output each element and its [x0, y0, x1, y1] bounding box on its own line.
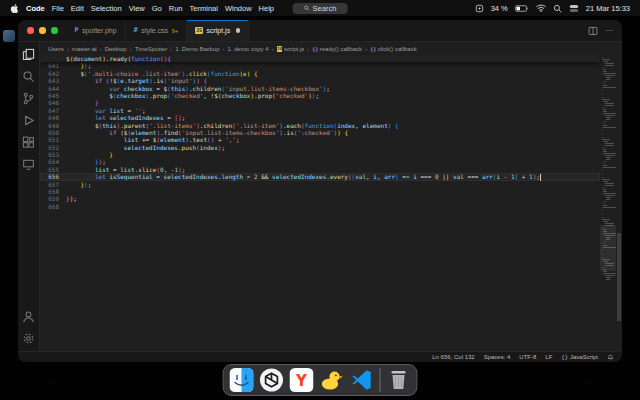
code-line-653[interactable]: 653 }	[40, 151, 600, 158]
wifi-icon[interactable]	[536, 4, 546, 12]
breadcrumb-item[interactable]: 1. Demo Backup	[175, 46, 219, 52]
source-control-icon[interactable]	[22, 92, 35, 105]
code-line-657[interactable]: 657 });	[40, 181, 600, 188]
split-editor-icon[interactable]	[588, 26, 598, 36]
code-line-645[interactable]: 645 $(checkbox).prop('checked', !$(check…	[40, 92, 600, 99]
dock-duck-icon[interactable]	[320, 368, 344, 392]
code-line-650[interactable]: 650 if ($(element).find('input.list-item…	[40, 129, 600, 136]
code-line-643[interactable]: 643 if (!$(e.target).is('input')) {	[40, 77, 600, 84]
tab-label: style.css	[141, 27, 168, 34]
code-line-647[interactable]: 647 var list = '';	[40, 107, 600, 114]
dock-yandex-icon[interactable]: Y	[290, 368, 314, 392]
apple-menu-icon[interactable]	[10, 4, 19, 13]
account-icon[interactable]	[22, 310, 35, 323]
breadcrumb-item[interactable]: TimeSpotter	[135, 46, 167, 52]
editor[interactable]: $(document).ready(function(){ 641 });642…	[40, 55, 622, 351]
menu-run[interactable]: Run	[169, 4, 183, 13]
menubar-menus: FileEditSelectionViewGoRunTerminalWindow…	[52, 4, 274, 13]
breadcrumb-item[interactable]: 1. demo copy 4	[228, 46, 269, 52]
menu-terminal[interactable]: Terminal	[190, 4, 218, 13]
code-line-658[interactable]: 658	[40, 188, 600, 195]
tab-style.css[interactable]: #style.css9+	[126, 20, 187, 41]
close-window-button[interactable]	[27, 27, 34, 34]
zoom-window-button[interactable]	[51, 27, 58, 34]
minimize-window-button[interactable]	[39, 27, 46, 34]
dock-finder-icon[interactable]	[230, 368, 254, 392]
more-actions-icon[interactable]: ⋯	[605, 26, 613, 35]
menu-go[interactable]: Go	[152, 4, 162, 13]
line-number: 655	[40, 166, 66, 173]
minimap-slider[interactable]	[600, 225, 616, 271]
breadcrumb-item[interactable]: JSscript.js	[277, 46, 305, 52]
code-line-651[interactable]: 651 list += $(element).text() + ',';	[40, 136, 600, 143]
breadcrumb-item[interactable]: Desktop	[105, 46, 127, 52]
search-sidebar-icon[interactable]	[22, 70, 35, 83]
code-line-642[interactable]: 642 $('.multi-choice .list-item').click(…	[40, 70, 600, 77]
sticky-scroll-line[interactable]: $(document).ready(function(){	[40, 55, 600, 62]
explorer-icon[interactable]	[22, 48, 35, 61]
code-line-654[interactable]: 654 });	[40, 158, 600, 165]
settings-gear-icon[interactable]	[22, 332, 35, 345]
tab-spotter.php[interactable]: Pspotter.php	[67, 20, 126, 41]
control-center-icon[interactable]	[569, 4, 579, 13]
spotlight-search[interactable]: Search	[293, 3, 348, 14]
scrollbar-thumb[interactable]	[617, 233, 621, 321]
editor-actions: ⋯	[588, 20, 622, 41]
tab-script.js[interactable]: JSscript.js	[187, 20, 249, 41]
menu-edit[interactable]: Edit	[71, 4, 84, 13]
battery-icon[interactable]	[515, 5, 529, 12]
breadcrumb-item[interactable]: {}ready() callback	[312, 46, 362, 52]
dock-chatgpt-icon[interactable]	[260, 368, 284, 392]
menu-help[interactable]: Help	[259, 4, 274, 13]
menu-view[interactable]: View	[129, 4, 145, 13]
breadcrumb-item[interactable]: Users	[48, 46, 64, 52]
status-language[interactable]: {} JavaScript	[561, 354, 598, 360]
line-number: 651	[40, 136, 66, 143]
code-line-646[interactable]: 646 }	[40, 99, 600, 106]
code-line-655[interactable]: 655 list = list.slice(0, -1);	[40, 166, 600, 173]
window-controls	[18, 20, 67, 41]
svg-text:Y: Y	[295, 372, 308, 390]
run-debug-icon[interactable]	[22, 114, 35, 127]
status-indentation[interactable]: Spaces: 4	[484, 354, 511, 360]
code-line-652[interactable]: 652 selectedIndexes.push(index);	[40, 144, 600, 151]
breadcrumb-item[interactable]: {}click() callback	[370, 46, 417, 52]
code-line-649[interactable]: 649 $(this).parent('.list-items').childr…	[40, 122, 600, 129]
menu-file[interactable]: File	[52, 4, 64, 13]
scrollbar[interactable]	[616, 55, 622, 351]
menu-window[interactable]: Window	[225, 4, 252, 13]
status-cursor-position[interactable]: Ln 656, Col 132	[432, 354, 474, 360]
menu-selection[interactable]: Selection	[91, 4, 122, 13]
breadcrumb-separator: ›	[307, 46, 309, 52]
extensions-icon[interactable]	[22, 136, 35, 149]
symbol-icon: {}	[370, 46, 376, 52]
code-line-659[interactable]: 659});	[40, 195, 600, 202]
modified-indicator[interactable]	[236, 28, 241, 33]
title-bar: Pspotter.php#style.css9+JSscript.js ⋯	[18, 20, 622, 42]
dock-vscode-icon[interactable]	[350, 368, 374, 392]
code-line-644[interactable]: 644 var checkbox = $(this).children('inp…	[40, 85, 600, 92]
menubar-extra-icon[interactable]	[475, 4, 484, 13]
dock-trash-icon[interactable]	[387, 368, 411, 392]
minimap[interactable]	[600, 55, 616, 351]
code-line-641[interactable]: 641 });	[40, 62, 600, 69]
tab-label: script.js	[206, 27, 230, 34]
remote-explorer-icon[interactable]	[22, 158, 35, 171]
code-line-648[interactable]: 648 let selectedIndexes = [];	[40, 114, 600, 121]
desktop-icon[interactable]	[3, 30, 15, 42]
line-number: 660	[40, 203, 66, 210]
code-line-656[interactable]: 656 let isSequential = selectedIndexes.l…	[40, 173, 600, 180]
search-icon[interactable]	[553, 4, 562, 13]
menubar: Code FileEditSelectionViewGoRunTerminalW…	[0, 0, 640, 16]
notifications-bell-icon[interactable]	[607, 354, 614, 361]
breadcrumb-separator: ›	[170, 46, 172, 52]
status-eol[interactable]: LF	[545, 354, 552, 360]
breadcrumb-item[interactable]: master-al	[72, 46, 97, 52]
menubar-clock[interactable]: 21 Mar 15:33	[586, 4, 630, 13]
status-encoding[interactable]: UTF-8	[519, 354, 536, 360]
line-number: 641	[40, 62, 66, 69]
line-number: 645	[40, 92, 66, 99]
braces-icon: {}	[561, 354, 568, 360]
app-menu-code[interactable]: Code	[26, 4, 45, 13]
code-line-660[interactable]: 660	[40, 203, 600, 210]
